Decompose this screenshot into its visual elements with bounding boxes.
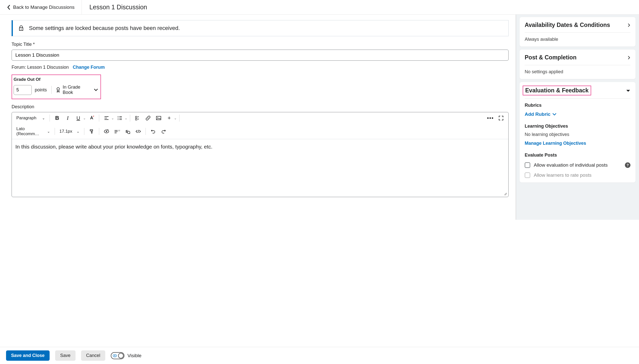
availability-title: Availability Dates & Conditions — [525, 22, 610, 28]
divider — [50, 115, 50, 122]
svg-point-7 — [118, 119, 119, 120]
svg-line-21 — [129, 133, 130, 134]
manage-objectives-link[interactable]: Manage Learning Objectives — [525, 141, 586, 146]
caret-down-icon — [626, 89, 630, 92]
evaluate-posts-label: Evaluate Posts — [525, 153, 630, 158]
divider — [99, 115, 99, 122]
page-title: Lesson 1 Discussion — [82, 4, 147, 11]
svg-point-1 — [57, 88, 59, 90]
editor-toolbar: Paragraph ⌄ B I U ⌄ ⌄ — [12, 112, 508, 139]
grade-points-input[interactable] — [14, 85, 32, 95]
caret-right-icon — [627, 55, 630, 60]
learning-objectives-label: Learning Objectives — [525, 124, 630, 129]
post-completion-title: Post & Completion — [525, 54, 577, 61]
divider — [179, 115, 180, 122]
back-label: Back to Manage Discussions — [13, 5, 75, 10]
italic-button[interactable]: I — [63, 114, 73, 122]
forum-name: Forum: Lesson 1 Discussion — [12, 65, 69, 70]
insert-link-button[interactable] — [143, 114, 153, 122]
rubrics-label: Rubrics — [525, 103, 630, 108]
allow-eval-row: Allow evaluation of individual posts ? — [525, 162, 630, 168]
font-size-select[interactable]: 17.1px ⌄ — [57, 128, 82, 135]
content-area: Some settings are locked because posts h… — [0, 15, 639, 220]
align-button[interactable] — [102, 114, 111, 122]
svg-point-12 — [157, 117, 158, 118]
chevron-down-icon: ⌄ — [77, 129, 80, 133]
chevron-down-icon[interactable]: ⌄ — [111, 116, 114, 120]
undo-button[interactable] — [148, 127, 158, 136]
locked-notice: Some settings are locked because posts h… — [12, 20, 509, 36]
lock-icon — [19, 25, 23, 31]
insert-image-button[interactable] — [154, 114, 163, 122]
notice-text: Some settings are locked because posts h… — [29, 25, 180, 31]
help-icon[interactable]: ? — [625, 162, 630, 168]
chevron-down-icon — [94, 89, 98, 91]
svg-text:123: 123 — [118, 130, 120, 131]
topic-title-label: Topic Title * — [12, 42, 509, 47]
divider — [55, 128, 55, 135]
in-gradebook-dropdown[interactable]: In Grade Book — [56, 85, 98, 95]
post-completion-panel: Post & Completion No settings applied — [520, 50, 635, 79]
svg-point-6 — [118, 118, 119, 119]
divider — [99, 128, 99, 135]
format-painter-button[interactable] — [87, 127, 96, 136]
underline-button[interactable]: U — [74, 114, 83, 122]
chevron-down-icon[interactable]: ⌄ — [174, 116, 177, 120]
divider — [51, 86, 52, 94]
svg-point-5 — [118, 116, 119, 117]
allow-eval-label: Allow evaluation of individual posts — [534, 162, 608, 168]
svg-rect-0 — [21, 29, 21, 30]
svg-point-14 — [106, 131, 107, 132]
word-count-button[interactable]: 123 — [112, 127, 122, 136]
rich-text-editor: Paragraph ⌄ B I U ⌄ ⌄ — [12, 112, 509, 197]
allow-rate-row: Allow learners to rate posts — [525, 172, 630, 178]
allow-eval-checkbox[interactable] — [525, 162, 530, 168]
redo-button[interactable] — [159, 127, 168, 136]
ribbon-icon — [56, 87, 60, 93]
chevron-left-icon — [7, 5, 11, 10]
grade-label: Grade Out Of — [14, 77, 98, 82]
availability-toggle[interactable]: Availability Dates & Conditions — [525, 22, 630, 28]
add-rubric-link[interactable]: Add Rubric — [525, 112, 630, 117]
divider — [130, 115, 130, 122]
more-actions-button[interactable]: ••• — [486, 114, 495, 122]
text-color-button[interactable] — [87, 114, 96, 122]
resize-handle[interactable] — [503, 192, 507, 196]
post-completion-summary: No settings applied — [525, 69, 630, 75]
editor-content[interactable]: In this discussion, please write about y… — [12, 139, 508, 197]
topic-title-input[interactable] — [12, 50, 509, 61]
chevron-down-icon[interactable]: ⌄ — [83, 116, 86, 120]
source-code-button[interactable] — [133, 127, 143, 136]
bold-button[interactable]: B — [52, 114, 62, 122]
insert-more-button[interactable]: + — [164, 114, 174, 122]
equation-preview-button[interactable]: E — [123, 127, 132, 136]
evaluation-panel: Evaluation & Feedback Rubrics Add Rubric… — [520, 82, 635, 183]
divider — [84, 128, 84, 135]
allow-rate-label: Allow learners to rate posts — [534, 172, 591, 178]
chevron-down-icon: ⌄ — [42, 116, 45, 120]
availability-panel: Availability Dates & Conditions Always a… — [520, 17, 635, 47]
chevron-down-icon[interactable]: ⌄ — [125, 116, 127, 120]
font-family-select[interactable]: Lato (Recomm… ⌄ — [14, 125, 52, 137]
caret-right-icon — [627, 23, 630, 27]
points-label: points — [35, 87, 47, 93]
list-button[interactable] — [115, 114, 125, 122]
block-format-select[interactable]: Paragraph ⌄ — [14, 115, 47, 122]
main-column: Some settings are locked because posts h… — [0, 15, 516, 220]
evaluation-title: Evaluation & Feedback — [525, 87, 589, 94]
sidebar: Availability Dates & Conditions Always a… — [516, 15, 639, 220]
forum-row: Forum: Lesson 1 Discussion Change Forum — [12, 65, 509, 70]
page-header: Back to Manage Discussions Lesson 1 Disc… — [0, 0, 639, 15]
insert-stuff-button[interactable] — [133, 114, 142, 122]
post-completion-toggle[interactable]: Post & Completion — [525, 54, 630, 61]
back-link[interactable]: Back to Manage Discussions — [0, 0, 82, 14]
evaluation-toggle[interactable]: Evaluation & Feedback — [525, 87, 630, 94]
divider — [146, 128, 146, 135]
fullscreen-button[interactable] — [496, 114, 506, 122]
chevron-down-icon — [552, 113, 556, 116]
no-objectives-text: No learning objectives — [525, 132, 630, 137]
change-forum-link[interactable]: Change Forum — [73, 65, 105, 70]
chevron-down-icon: ⌄ — [47, 129, 50, 133]
allow-rate-checkbox[interactable] — [525, 172, 530, 178]
accessibility-check-button[interactable] — [102, 127, 111, 136]
